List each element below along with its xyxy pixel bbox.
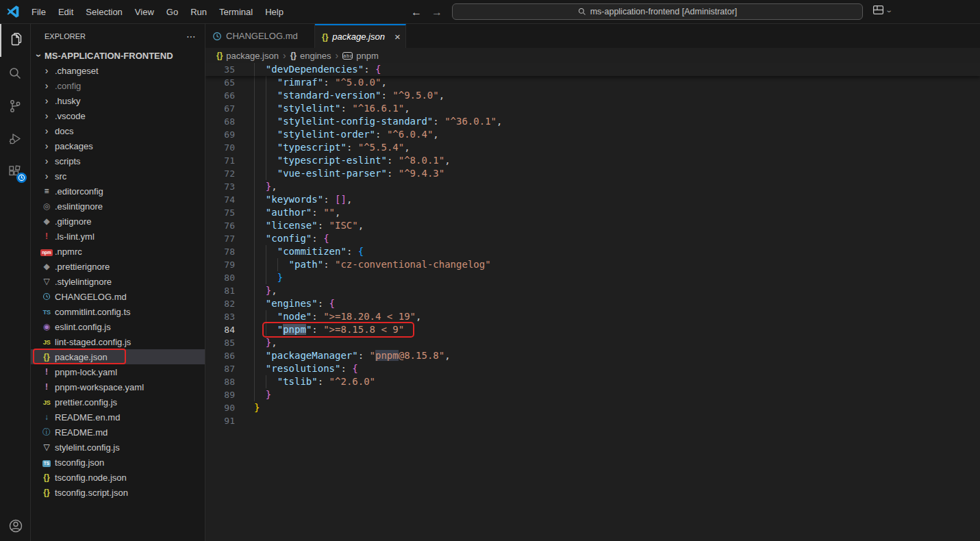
line-content: "tslib": "^2.6.0": [235, 375, 375, 388]
code-line-72[interactable]: 72 "vue-eslint-parser": "^9.4.3": [205, 167, 980, 180]
extensions-update-badge: [16, 173, 27, 183]
code-line-83[interactable]: 83 "node": ">=18.20.4 < 19",: [205, 310, 980, 323]
close-icon[interactable]: ×: [394, 31, 401, 42]
tab-package-json[interactable]: {} package.json ×: [315, 24, 406, 48]
code-line-68[interactable]: 68 "stylelint-config-standard": "^36.0.1…: [205, 115, 980, 128]
code-line-74[interactable]: 74 "keywords": [],: [205, 193, 980, 206]
tree-item--gitignore[interactable]: ◆.gitignore: [31, 214, 205, 229]
code-line-91[interactable]: 91: [205, 414, 980, 427]
tree-item--npmrc[interactable]: npm.npmrc: [31, 244, 205, 259]
tree-item-src[interactable]: ›src: [31, 168, 205, 184]
activity-explorer-button[interactable]: [0, 24, 31, 57]
tree-item-changelog-md[interactable]: CHANGELOG.md: [31, 289, 205, 304]
code-line-66[interactable]: 66 "standard-version": "^9.5.0",: [205, 89, 980, 102]
tree-item-tsconfig-node-json[interactable]: {}tsconfig.node.json: [31, 470, 205, 485]
tree-item-tsconfig-json[interactable]: TStsconfig.json: [31, 455, 205, 470]
indent-guide: [266, 310, 266, 323]
code-line-89[interactable]: 89 }: [205, 388, 980, 401]
menu-view[interactable]: View: [129, 4, 160, 20]
code-line-71[interactable]: 71 "typescript-eslint": "^8.0.1",: [205, 154, 980, 167]
code-line-82[interactable]: 82 "engines": {: [205, 297, 980, 310]
tree-item-tsconfig-script-json[interactable]: {}tsconfig.script.json: [31, 485, 205, 500]
line-number: 68: [205, 115, 235, 128]
tree-item-docs[interactable]: ›docs: [31, 123, 205, 138]
sticky-scroll-line[interactable]: 35 "devDependencies": {: [205, 63, 980, 76]
code-line-90[interactable]: 90}: [205, 401, 980, 414]
account-button[interactable]: [0, 518, 31, 534]
code-line-69[interactable]: 69 "stylelint-order": "^6.0.4",: [205, 128, 980, 141]
breadcrumb-file[interactable]: {} package.json: [216, 51, 279, 61]
activity-source-control-button[interactable]: [0, 90, 31, 123]
code-line-87[interactable]: 87 "resolutions": {: [205, 362, 980, 375]
code-editor[interactable]: 35 "devDependencies": { 65 "rimraf": "^5…: [205, 63, 980, 541]
tree-item--editorconfig[interactable]: ≡.editorconfig: [31, 184, 205, 199]
tab-changelog-md[interactable]: CHANGELOG.md: [205, 24, 315, 48]
file-type-icon: ◆: [40, 217, 53, 225]
tree-item-package-json[interactable]: {}package.json: [31, 349, 205, 364]
tree-item--config[interactable]: ›.config: [31, 78, 205, 93]
code-line-77[interactable]: 77 "config": {: [205, 232, 980, 245]
tree-item--prettierignore[interactable]: ◆.prettierignore: [31, 259, 205, 274]
code-line-76[interactable]: 76 "license": "ISC",: [205, 219, 980, 232]
code-line-70[interactable]: 70 "typescript": "^5.5.4",: [205, 141, 980, 154]
tree-item--husky[interactable]: ›.husky: [31, 93, 205, 108]
line-number: 74: [205, 193, 235, 206]
activity-run-debug-button[interactable]: [0, 123, 31, 155]
code-line-78[interactable]: 78 "commitizen": {: [205, 245, 980, 258]
code-line-73[interactable]: 73 },: [205, 180, 980, 193]
activity-search-button[interactable]: [0, 57, 31, 90]
menu-run[interactable]: Run: [184, 4, 213, 20]
line-number: 76: [205, 219, 235, 232]
tree-item-readme-en-md[interactable]: ↓README.en.md: [31, 410, 205, 425]
tree-item-readme-md[interactable]: ⓘREADME.md: [31, 425, 205, 440]
tree-root-ms-application-frontend[interactable]: › MS-APPLICATION-FRONTEND: [31, 48, 205, 63]
tree-item--vscode[interactable]: ›.vscode: [31, 108, 205, 123]
indent-guide: [254, 128, 255, 141]
line-content: "vue-eslint-parser": "^9.4.3": [235, 167, 444, 180]
command-center-search[interactable]: ms-application-frontend [Administrator]: [452, 3, 863, 20]
menu-terminal[interactable]: Terminal: [213, 4, 259, 20]
history-forward-icon[interactable]: →: [431, 6, 442, 18]
views-more-actions-icon[interactable]: ⋯: [186, 31, 197, 42]
explorer-sidebar: EXPLORER ⋯ › MS-APPLICATION-FRONTEND ›.c…: [31, 24, 205, 541]
menu-help[interactable]: Help: [259, 4, 290, 20]
code-line-79[interactable]: 79 "path": "cz-conventional-changelog": [205, 258, 980, 271]
breadcrumb-pnpm[interactable]: abc pnpm: [342, 51, 379, 61]
breadcrumb-engines[interactable]: {} engines: [290, 51, 331, 61]
tree-item--eslintignore[interactable]: ◎.eslintignore: [31, 199, 205, 214]
customize-layout-button[interactable]: ⌄: [872, 4, 892, 16]
indent-guide: [266, 128, 266, 141]
menu-selection[interactable]: Selection: [79, 4, 128, 20]
tree-item-pnpm-workspace-yaml[interactable]: !pnpm-workspace.yaml: [31, 379, 205, 394]
tree-item-prettier-config-js[interactable]: JSprettier.config.js: [31, 394, 205, 410]
activity-extensions-button[interactable]: [0, 155, 31, 188]
tree-item-lint-staged-config-js[interactable]: JSlint-staged.config.js: [31, 334, 205, 349]
code-line-86[interactable]: 86 "packageManager": "pnpm@8.15.8",: [205, 349, 980, 362]
tree-item-stylelint-config-js[interactable]: ▽stylelint.config.js: [31, 440, 205, 455]
menu-edit[interactable]: Edit: [52, 4, 79, 20]
code-line-88[interactable]: 88 "tslib": "^2.6.0": [205, 375, 980, 388]
tree-item-eslint-config-js[interactable]: ◉eslint.config.js: [31, 319, 205, 334]
tree-item-commitlint-config-ts[interactable]: TScommitlint.config.ts: [31, 304, 205, 319]
tree-item--changeset[interactable]: ›.changeset: [31, 63, 205, 78]
tree-item--stylelintignore[interactable]: ▽.stylelintignore: [31, 274, 205, 289]
code-line-65[interactable]: 65 "rimraf": "^5.0.0",: [205, 76, 980, 89]
tree-item-scripts[interactable]: ›scripts: [31, 153, 205, 168]
tree-item-label: .prettierignore: [55, 262, 110, 272]
code-line-81[interactable]: 81 },: [205, 284, 980, 297]
code-line-84[interactable]: 84 "pnpm": ">=8.15.8 < 9": [205, 323, 980, 336]
code-line-75[interactable]: 75 "author": "",: [205, 206, 980, 219]
menu-go[interactable]: Go: [160, 4, 184, 20]
tree-item-label: README.md: [55, 427, 108, 438]
file-type-icon: JS: [40, 338, 53, 346]
chevron-expanded-icon: ›: [34, 50, 45, 61]
code-line-85[interactable]: 85 },: [205, 336, 980, 349]
tree-item-pnpm-lock-yaml[interactable]: !pnpm-lock.yaml: [31, 364, 205, 379]
code-line-80[interactable]: 80 }: [205, 271, 980, 284]
tree-item-packages[interactable]: ›packages: [31, 138, 205, 153]
code-line-67[interactable]: 67 "stylelint": "^16.6.1",: [205, 102, 980, 115]
tree-item--ls-lint-yml[interactable]: !.ls-lint.yml: [31, 229, 205, 244]
history-back-icon[interactable]: ←: [411, 6, 422, 18]
menu-file[interactable]: File: [25, 4, 52, 20]
chevron-right-icon: ›: [40, 66, 53, 75]
